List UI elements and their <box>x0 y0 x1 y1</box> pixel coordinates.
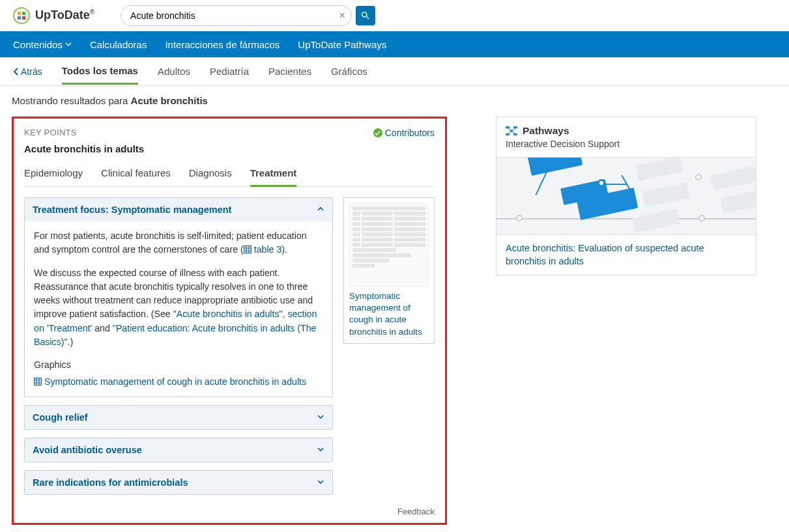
pathways-diagram <box>496 157 756 235</box>
tab-epidemiology[interactable]: Epidemiology <box>24 163 83 186</box>
main-nav: Contenidos Calculadoras Interacciones de… <box>0 31 789 57</box>
svg-rect-10 <box>35 378 42 385</box>
chevron-down-icon <box>317 412 324 423</box>
svg-rect-18 <box>513 133 517 135</box>
tab-diagnosis[interactable]: Diagnosis <box>189 163 232 186</box>
subnav-adults[interactable]: Adultos <box>158 59 190 83</box>
subnav-all-topics[interactable]: Todos los temas <box>62 59 138 85</box>
thumbnail-card[interactable]: Symptomatic management of cough in acute… <box>343 197 435 344</box>
search-box: × <box>121 5 352 26</box>
chevron-up-icon <box>317 204 324 215</box>
sub-nav: Atrás Todos los temas Adultos Pediatría … <box>0 57 789 86</box>
search-input[interactable] <box>121 5 352 26</box>
svg-point-0 <box>14 8 29 23</box>
table-icon <box>244 245 251 253</box>
accordion-header-antimicrobials[interactable]: Rare indications for antimicrobials <box>25 471 332 494</box>
thumbnail-label[interactable]: Symptomatic management of cough in acute… <box>349 290 429 338</box>
pathways-link[interactable]: Acute bronchitis: Evaluation of suspecte… <box>496 235 756 275</box>
svg-rect-4 <box>22 16 25 20</box>
content-area: Mostrando resultados para Acute bronchit… <box>0 86 789 532</box>
svg-rect-17 <box>506 133 509 135</box>
logo[interactable]: UpToDate® <box>13 7 94 24</box>
subnav-pediatrics[interactable]: Pediatría <box>210 59 249 83</box>
accordion-header-antibiotic-overuse[interactable]: Avoid antibiotic overuse <box>25 438 332 462</box>
nav-pathways[interactable]: UpToDate Pathways <box>298 39 386 50</box>
check-icon <box>373 128 382 137</box>
tab-clinical-features[interactable]: Clinical features <box>101 163 171 186</box>
nav-calculators[interactable]: Calculadoras <box>90 39 147 50</box>
thumbnail-image <box>349 203 429 287</box>
chevron-down-icon <box>317 477 324 488</box>
search-icon <box>360 10 371 21</box>
accordion-antibiotic-overuse: Avoid antibiotic overuse <box>24 438 333 462</box>
key-points-label: KEY POINTS <box>24 128 77 137</box>
svg-line-20 <box>508 128 511 131</box>
svg-rect-2 <box>22 12 25 15</box>
tab-treatment[interactable]: Treatment <box>250 163 297 187</box>
logo-text: UpToDate® <box>35 8 94 22</box>
pathways-icon <box>506 126 517 135</box>
nav-drug-interactions[interactable]: Interacciones de fármacos <box>165 39 280 50</box>
accordion-antimicrobials: Rare indications for antimicrobials <box>24 470 333 495</box>
table-3-link[interactable]: table 3 <box>254 244 282 255</box>
results-for: Mostrando resultados para Acute bronchit… <box>12 95 777 106</box>
svg-line-21 <box>511 128 515 131</box>
accordion-header-treatment-focus[interactable]: Treatment focus: Symptomatic management <box>25 198 332 221</box>
key-points-card: KEY POINTS Contributors Acute bronchitis… <box>12 117 447 525</box>
pathways-card: Pathways Interactive Decision Support <box>496 117 756 275</box>
logo-icon <box>13 7 30 24</box>
svg-rect-16 <box>513 126 517 128</box>
svg-rect-15 <box>506 126 509 128</box>
svg-rect-1 <box>18 12 21 15</box>
accordion-cough-relief: Cough relief <box>24 405 333 430</box>
subnav-patients[interactable]: Pacientes <box>268 59 311 83</box>
accordion-treatment-focus: Treatment focus: Symptomatic management … <box>24 197 333 397</box>
top-bar: UpToDate® × <box>0 0 789 31</box>
search-wrap: × <box>121 5 375 26</box>
clear-icon[interactable]: × <box>339 10 345 21</box>
contributors-link[interactable]: Contributors <box>373 128 435 138</box>
svg-line-22 <box>508 131 511 133</box>
nav-contents[interactable]: Contenidos <box>13 39 72 50</box>
pathways-subtitle: Interactive Decision Support <box>506 139 747 149</box>
svg-rect-5 <box>244 246 251 253</box>
chevron-left-icon <box>13 68 20 76</box>
table-icon <box>34 378 42 385</box>
svg-rect-3 <box>18 16 21 20</box>
chevron-down-icon <box>317 445 324 455</box>
key-points-topic: Acute bronchitis in adults <box>24 143 435 154</box>
accordion-header-cough-relief[interactable]: Cough relief <box>25 406 332 429</box>
pathways-title: Pathways <box>523 125 569 137</box>
key-points-tabs: Epidemiology Clinical features Diagnosis… <box>24 163 435 187</box>
feedback-link[interactable]: Feedback <box>24 507 435 516</box>
back-link[interactable]: Atrás <box>13 66 42 77</box>
svg-line-23 <box>511 131 515 133</box>
graphics-link[interactable]: Symptomatic management of cough in acute… <box>44 376 306 387</box>
graphics-label: Graphics <box>34 358 323 372</box>
subnav-graphics[interactable]: Gráficos <box>331 59 367 83</box>
chevron-down-icon <box>65 41 72 48</box>
search-button[interactable] <box>356 6 375 25</box>
accordion-body-treatment-focus: For most patients, acute bronchitis is s… <box>25 221 332 397</box>
